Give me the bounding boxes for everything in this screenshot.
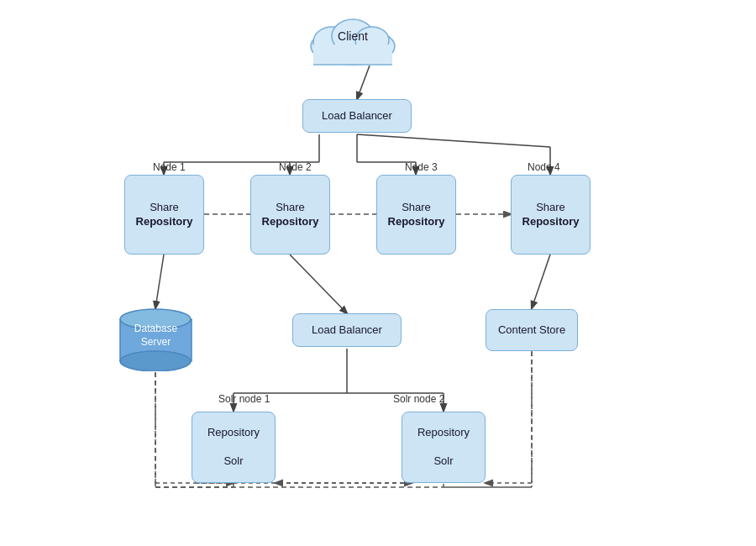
node2-label: Node 2 <box>279 161 312 173</box>
share-repo-1: ShareRepository <box>124 175 204 255</box>
svg-point-41 <box>120 351 191 371</box>
solr-node2-label: Solr node 2 <box>393 393 444 405</box>
client-label: Client <box>338 29 368 43</box>
share-repo-2-label: ShareRepository <box>262 201 319 229</box>
repo-solr-2: RepositorySolr <box>402 412 486 483</box>
svg-line-9 <box>357 134 550 147</box>
share-repo-4-label: ShareRepository <box>522 201 580 229</box>
repo-solr-2-label: RepositorySolr <box>417 426 470 469</box>
repo-solr-1-label: RepositorySolr <box>207 426 260 469</box>
share-repo-4: ShareRepository <box>511 175 591 255</box>
content-store: Content Store <box>486 309 578 351</box>
diagram-container: Client Load Balancer Node 1 Node 2 Node … <box>0 0 756 546</box>
node3-label: Node 3 <box>405 161 438 173</box>
client-cloud: Client <box>307 13 399 67</box>
repo-solr-1: RepositorySolr <box>192 412 276 483</box>
share-repo-3-label: ShareRepository <box>388 201 445 229</box>
svg-line-12 <box>155 255 164 308</box>
node4-label: Node 4 <box>528 161 560 173</box>
content-store-label: Content Store <box>498 323 565 338</box>
share-repo-1-label: ShareRepository <box>136 201 193 229</box>
load-balancer-mid-label: Load Balancer <box>312 323 382 338</box>
load-balancer-top: Load Balancer <box>302 99 412 133</box>
database-server: DatabaseServer <box>116 304 196 371</box>
svg-rect-38 <box>313 45 392 65</box>
node1-label: Node 1 <box>153 161 186 173</box>
svg-line-0 <box>357 66 370 99</box>
svg-line-13 <box>290 255 347 313</box>
database-label: DatabaseServer <box>116 323 196 349</box>
load-balancer-top-label: Load Balancer <box>322 109 392 123</box>
load-balancer-mid: Load Balancer <box>292 313 402 347</box>
svg-line-14 <box>532 255 550 308</box>
diagram-lines <box>0 0 756 546</box>
solr-node1-label: Solr node 1 <box>218 393 270 405</box>
share-repo-2: ShareRepository <box>250 175 330 255</box>
share-repo-3: ShareRepository <box>376 175 456 255</box>
